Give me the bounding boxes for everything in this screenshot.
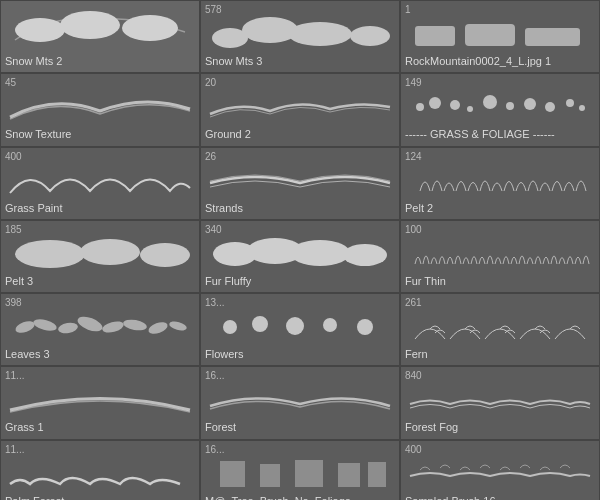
brush-preview xyxy=(5,163,195,199)
brush-preview xyxy=(5,382,195,418)
brush-preview xyxy=(5,236,195,272)
svg-point-33 xyxy=(147,320,169,336)
svg-rect-8 xyxy=(465,24,515,46)
brush-preview xyxy=(205,16,395,52)
cell-name: Forest Fog xyxy=(405,420,595,434)
svg-point-16 xyxy=(524,98,536,110)
cell-number: 16... xyxy=(205,444,395,456)
cell-ground-2[interactable]: 20Ground 2 xyxy=(200,73,400,146)
cell-name: Snow Texture xyxy=(5,127,195,141)
cell-pelt-3[interactable]: 185Pelt 3 xyxy=(0,220,200,293)
cell-grass-1[interactable]: 11...Grass 1 xyxy=(0,366,200,439)
svg-rect-40 xyxy=(220,461,245,487)
cell-pelt-2[interactable]: 124Pelt 2 xyxy=(400,147,600,220)
cell-forest-fog[interactable]: 840Forest Fog xyxy=(400,366,600,439)
cell-leaves-3[interactable]: 398Leaves 3 xyxy=(0,293,200,366)
svg-point-32 xyxy=(122,318,147,332)
svg-point-22 xyxy=(140,243,190,267)
brush-preview xyxy=(205,163,395,199)
svg-point-12 xyxy=(450,100,460,110)
cell-fur-fluffy[interactable]: 340Fur Fluffy xyxy=(200,220,400,293)
cell-flowers[interactable]: 13...Flowers xyxy=(200,293,400,366)
cell-fern[interactable]: 261Fern xyxy=(400,293,600,366)
cell-fur-thin[interactable]: 100Fur Thin xyxy=(400,220,600,293)
svg-point-27 xyxy=(14,319,36,335)
svg-point-35 xyxy=(223,320,237,334)
svg-point-21 xyxy=(80,239,140,265)
cell-name: Grass 1 xyxy=(5,420,195,434)
cell-name: M@_Tree_Brush_No_Foliage_... xyxy=(205,494,395,500)
svg-point-10 xyxy=(416,103,424,111)
cell-name: Fur Thin xyxy=(405,274,595,288)
cell-name: Forest xyxy=(205,420,395,434)
svg-point-17 xyxy=(545,102,555,112)
cell-number: 13... xyxy=(205,297,395,309)
cell-grass-foliage[interactable]: 149------ GRASS & FOLIAGE ------ xyxy=(400,73,600,146)
cell-number: 578 xyxy=(205,4,395,16)
cell-sampled-brush[interactable]: 400Sampled Brush 16 xyxy=(400,440,600,500)
cell-number: 840 xyxy=(405,370,595,382)
svg-point-31 xyxy=(101,320,125,335)
svg-point-37 xyxy=(286,317,304,335)
cell-number: 11... xyxy=(5,370,195,382)
brush-preview xyxy=(205,309,395,345)
svg-point-39 xyxy=(357,319,373,335)
cell-forest[interactable]: 16...Forest xyxy=(200,366,400,439)
brush-preview xyxy=(405,236,595,272)
svg-point-6 xyxy=(350,26,390,46)
cell-name: RockMountain0002_4_L.jpg 1 xyxy=(405,54,595,68)
cell-grass-paint[interactable]: 400Grass Paint xyxy=(0,147,200,220)
svg-point-13 xyxy=(467,106,473,112)
cell-snow-texture[interactable]: 45Snow Texture xyxy=(0,73,200,146)
cell-palm-forest[interactable]: 11...Palm Forest xyxy=(0,440,200,500)
svg-point-18 xyxy=(566,99,574,107)
cell-name: Pelt 3 xyxy=(5,274,195,288)
brush-preview xyxy=(5,309,195,345)
cell-name: Pelt 2 xyxy=(405,201,595,215)
cell-name: Flowers xyxy=(205,347,395,361)
brush-preview xyxy=(405,163,595,199)
svg-rect-43 xyxy=(338,463,360,487)
cell-rock-mountain[interactable]: 1RockMountain0002_4_L.jpg 1 xyxy=(400,0,600,73)
cell-snow-mts-3[interactable]: 578Snow Mts 3 xyxy=(200,0,400,73)
cell-number: 398 xyxy=(5,297,195,309)
cell-snow-mts-2[interactable]: Snow Mts 2 xyxy=(0,0,200,73)
brush-preview xyxy=(405,382,595,418)
cell-name: Ground 2 xyxy=(205,127,395,141)
cell-strands[interactable]: 26Strands xyxy=(200,147,400,220)
svg-point-30 xyxy=(76,314,105,334)
cell-number: 400 xyxy=(5,151,195,163)
cell-m-tree[interactable]: 16...M@_Tree_Brush_No_Foliage_... xyxy=(200,440,400,500)
brush-preview xyxy=(405,89,595,125)
cell-name: Snow Mts 2 xyxy=(5,54,195,68)
cell-number: 100 xyxy=(405,224,595,236)
cell-name: Palm Forest xyxy=(5,494,195,500)
svg-point-38 xyxy=(323,318,337,332)
svg-point-29 xyxy=(57,322,78,335)
svg-point-11 xyxy=(429,97,441,109)
cell-name: Sampled Brush 16 xyxy=(405,494,595,500)
brush-preview xyxy=(405,16,595,52)
cell-number: 400 xyxy=(405,444,595,456)
svg-rect-9 xyxy=(525,28,580,46)
brush-preview xyxy=(5,456,195,492)
brush-preview xyxy=(405,456,595,492)
brush-preview xyxy=(205,89,395,125)
svg-point-34 xyxy=(168,320,187,332)
cell-name: Fern xyxy=(405,347,595,361)
cell-number: 20 xyxy=(205,77,395,89)
cell-number: 124 xyxy=(405,151,595,163)
brush-preview xyxy=(205,382,395,418)
cell-name: Snow Mts 3 xyxy=(205,54,395,68)
svg-point-25 xyxy=(290,240,350,266)
cell-name: Fur Fluffy xyxy=(205,274,395,288)
svg-point-5 xyxy=(288,22,352,46)
brush-preview xyxy=(5,89,195,125)
svg-rect-42 xyxy=(295,460,323,487)
svg-point-14 xyxy=(483,95,497,109)
cell-number: 45 xyxy=(5,77,195,89)
brush-preview xyxy=(5,10,195,46)
cell-number: 1 xyxy=(405,4,595,16)
svg-rect-7 xyxy=(415,26,455,46)
svg-point-28 xyxy=(32,317,58,333)
